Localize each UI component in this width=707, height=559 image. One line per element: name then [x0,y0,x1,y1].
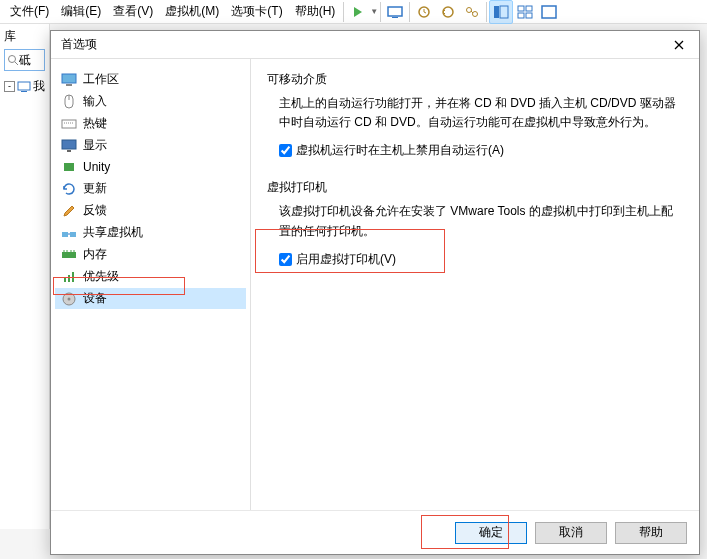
dialog-footer: 确定 取消 帮助 [51,510,699,554]
monitor-icon [61,72,77,88]
svg-point-14 [9,56,16,63]
svg-rect-26 [62,140,76,149]
sidebar-item-label: 共享虚拟机 [83,224,143,241]
svg-line-15 [15,62,18,65]
svg-rect-9 [518,6,524,11]
library-search-input[interactable] [19,53,39,67]
removable-media-section: 可移动介质 主机上的自动运行功能打开，并在将 CD 和 DVD 插入主机 CD/… [267,71,683,159]
search-icon [7,54,19,66]
snapshot-take-button[interactable] [412,0,436,24]
sidebar-item-label: 反馈 [83,202,107,219]
preferences-dialog: 首选项 工作区 输入 热键 显示 Unit [50,30,700,555]
tree-collapse-icon[interactable]: - [4,81,15,92]
sidebar-item-display[interactable]: 显示 [55,135,246,156]
unity-icon [61,159,77,175]
sidebar-item-feedback[interactable]: 反馈 [55,200,246,221]
menu-separator [343,2,344,22]
svg-rect-37 [64,278,66,282]
sidebar-item-workspace[interactable]: 工作区 [55,69,246,90]
sidebar-item-label: 工作区 [83,71,119,88]
sidebar-item-updates[interactable]: 更新 [55,178,246,199]
library-pane: 库 - 我 [0,24,50,529]
menu-view[interactable]: 查看(V) [107,1,159,22]
sidebar-item-unity[interactable]: Unity [55,157,246,177]
svg-rect-16 [18,82,30,90]
computer-icon [17,81,31,93]
disable-autorun-label: 虚拟机运行时在主机上禁用自动运行(A) [296,142,504,159]
enable-printer-checkbox[interactable] [279,253,292,266]
menu-vm[interactable]: 虚拟机(M) [159,1,225,22]
svg-line-6 [471,11,473,13]
separator [409,2,410,22]
sidebar-item-priority[interactable]: 优先级 [55,266,246,287]
menu-edit[interactable]: 编辑(E) [55,1,107,22]
removable-desc: 主机上的自动运行功能打开，并在将 CD 和 DVD 插入主机 CD/DVD 驱动… [279,94,683,132]
menu-help[interactable]: 帮助(H) [289,1,342,22]
sidebar-item-devices[interactable]: 设备 [55,288,246,309]
svg-rect-20 [62,74,76,83]
sidebar-item-shared-vms[interactable]: 共享虚拟机 [55,222,246,243]
library-toggle-button[interactable] [489,0,513,24]
play-dropdown-icon[interactable]: ▼ [370,7,378,16]
svg-rect-11 [518,13,524,18]
enable-printer-checkbox-row[interactable]: 启用虚拟打印机(V) [279,251,683,268]
snapshot-revert-button[interactable] [436,0,460,24]
help-button[interactable]: 帮助 [615,522,687,544]
svg-rect-38 [68,275,70,282]
library-tree-item[interactable]: - 我 [4,77,45,96]
close-button[interactable] [665,35,693,55]
svg-rect-27 [67,150,71,152]
close-icon [674,40,684,50]
svg-rect-39 [72,272,74,282]
sidebar-item-label: 显示 [83,137,107,154]
shared-icon [61,225,77,241]
svg-point-3 [443,7,453,17]
mouse-icon [61,94,77,110]
cancel-button[interactable]: 取消 [535,522,607,544]
sidebar-item-label: Unity [83,160,110,174]
printer-section-label: 虚拟打印机 [267,179,683,196]
svg-rect-0 [388,7,402,16]
virtual-printer-section: 虚拟打印机 该虚拟打印机设备允许在安装了 VMware Tools 的虚拟机中打… [267,179,683,267]
svg-point-4 [467,7,472,12]
svg-rect-24 [62,120,76,128]
svg-rect-10 [526,6,532,11]
keyboard-icon [61,116,77,132]
play-button[interactable] [346,0,370,24]
sidebar-item-memory[interactable]: 内存 [55,244,246,265]
separator [380,2,381,22]
sidebar-item-label: 输入 [83,93,107,110]
sidebar-item-input[interactable]: 输入 [55,91,246,112]
svg-point-41 [68,297,71,300]
snapshot-manage-button[interactable] [460,0,484,24]
disable-autorun-checkbox-row[interactable]: 虚拟机运行时在主机上禁用自动运行(A) [279,142,683,159]
display-icon [61,138,77,154]
svg-rect-17 [21,91,27,92]
svg-rect-1 [392,17,398,18]
svg-rect-8 [500,6,508,18]
enable-printer-label: 启用虚拟打印机(V) [296,251,396,268]
separator [486,2,487,22]
sidebar-item-hotkeys[interactable]: 热键 [55,113,246,134]
sidebar-item-label: 优先级 [83,268,119,285]
svg-rect-21 [66,84,72,86]
svg-rect-12 [526,13,532,18]
svg-rect-28 [64,163,74,171]
dialog-titlebar: 首选项 [51,31,699,59]
ok-button[interactable]: 确定 [455,522,527,544]
fullscreen-button[interactable] [537,0,561,24]
library-label: 库 [4,28,45,45]
menu-tabs[interactable]: 选项卡(T) [225,1,288,22]
library-search[interactable] [4,49,45,71]
thumbnail-button[interactable] [513,0,537,24]
tree-item-label: 我 [33,78,45,95]
disable-autorun-checkbox[interactable] [279,144,292,157]
dialog-sidebar: 工作区 输入 热键 显示 Unity 更新 [51,59,251,510]
svg-rect-13 [542,6,556,18]
memory-icon [61,247,77,263]
svg-rect-7 [494,6,499,18]
menu-file[interactable]: 文件(F) [4,1,55,22]
screen-button[interactable] [383,0,407,24]
sidebar-item-label: 内存 [83,246,107,263]
dialog-content: 可移动介质 主机上的自动运行功能打开，并在将 CD 和 DVD 插入主机 CD/… [251,59,699,510]
